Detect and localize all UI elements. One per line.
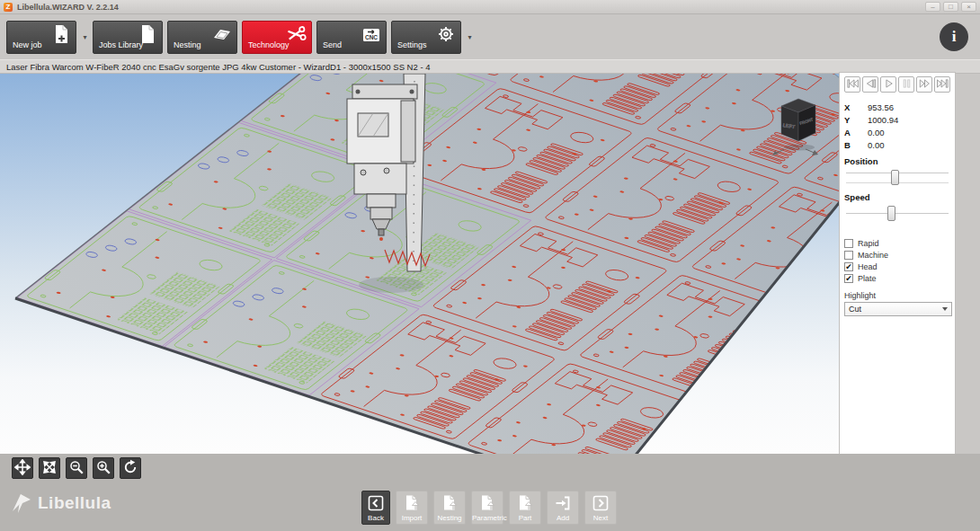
nav-button-label: Parametric — [472, 514, 503, 522]
back-button[interactable]: Back — [361, 491, 390, 525]
nav-button-label: Back — [362, 514, 389, 522]
axis-label: X — [844, 102, 868, 112]
main-toolbar: New job▾Jobs LibraryNestingTechnologyCNC… — [0, 14, 980, 59]
new-job-dropdown-arrow[interactable]: ▾ — [81, 21, 89, 54]
libellula-logo: Libellula — [11, 491, 111, 515]
sheet-icon — [212, 24, 232, 44]
skip-start-button[interactable] — [844, 76, 860, 93]
nesting-button[interactable]: Nesting — [433, 491, 466, 525]
zoom-out-button[interactable] — [66, 457, 87, 479]
nav-button-label: Import — [396, 514, 427, 522]
info-button[interactable]: i — [940, 22, 968, 51]
part-button[interactable]: Part — [509, 491, 541, 525]
slider-track[interactable] — [846, 213, 949, 214]
doc-import-icon — [441, 494, 459, 512]
jobs-library-label: Jobs Library — [99, 40, 143, 49]
send-button[interactable]: CNCSend — [316, 21, 387, 54]
nav-button-label: Add — [548, 514, 578, 522]
skip-start-icon — [846, 78, 860, 92]
new-job-button[interactable]: New job — [6, 21, 76, 54]
option-machine[interactable]: Machine — [844, 249, 950, 261]
svg-text:CNC: CNC — [365, 34, 378, 40]
import-button[interactable]: Import — [396, 491, 428, 525]
position-slider[interactable] — [846, 167, 949, 189]
axis-value: 0.00 — [868, 140, 885, 150]
highlight-dropdown[interactable]: Cut — [844, 302, 952, 316]
technology-button[interactable]: Technology — [242, 21, 312, 54]
coordinate-row-x: X953.56 — [844, 101, 950, 113]
parametric-button[interactable]: Parametric — [471, 491, 503, 525]
position-label: Position — [844, 156, 950, 166]
speed-slider[interactable] — [846, 203, 949, 225]
fast-forward-button[interactable] — [916, 76, 932, 93]
axis-value: 953.56 — [868, 102, 894, 112]
3d-viewport[interactable]: LEFT FRONT — [0, 74, 980, 454]
send-label: Send — [323, 40, 342, 49]
zoom-in-button[interactable] — [93, 457, 114, 479]
window-controls: –□× — [925, 2, 976, 12]
step-back-button[interactable] — [862, 76, 878, 93]
option-label: Machine — [858, 251, 888, 260]
option-label: Rapid — [858, 239, 879, 248]
add-button[interactable]: Add — [547, 491, 579, 525]
reset-view-icon — [122, 459, 138, 478]
highlight-value: Cut — [849, 305, 861, 314]
checkbox[interactable] — [844, 239, 853, 248]
option-head[interactable]: ✔Head — [844, 261, 950, 272]
pause-button[interactable] — [898, 76, 914, 93]
play-button[interactable] — [880, 76, 896, 93]
nesting-button[interactable]: Nesting — [167, 21, 237, 54]
job-info-bar: Laser Fibra Warcom W-FibeR 2040 cnc EsaG… — [0, 59, 980, 74]
zoom-in-icon — [95, 459, 111, 478]
step-back-icon — [864, 78, 878, 92]
chevron-down-icon — [942, 307, 948, 311]
app-icon: Z — [4, 3, 13, 12]
coordinate-readout: X953.56Y1000.94A0.00B0.00 — [844, 101, 950, 151]
wizard-navigation: BackImportNestingParametricPartAddNext — [361, 491, 617, 525]
checkbox[interactable] — [844, 251, 853, 260]
doc-import-icon — [478, 494, 496, 512]
zoom-out-icon — [68, 459, 85, 478]
skip-end-button[interactable] — [934, 76, 950, 93]
option-label: Head — [858, 262, 878, 271]
scissors-icon — [287, 24, 307, 44]
nesting-label: Nesting — [174, 40, 201, 49]
checkbox-checked[interactable]: ✔ — [844, 274, 853, 283]
checkbox-checked[interactable]: ✔ — [844, 262, 853, 271]
gear-icon — [436, 24, 456, 44]
add-arrow-icon — [554, 494, 572, 512]
axis-label: Y — [844, 115, 868, 125]
close-button[interactable]: × — [961, 2, 976, 12]
window-title: Libellula.WIZARD V. 2.2.14 — [17, 3, 119, 12]
option-label: Plate — [858, 274, 877, 283]
playback-controls — [844, 76, 950, 93]
option-rapid[interactable]: Rapid — [844, 237, 950, 249]
minimize-button[interactable]: – — [925, 2, 940, 12]
nav-button-label: Nesting — [434, 514, 465, 522]
skip-end-icon — [936, 78, 949, 92]
pan-button[interactable] — [12, 457, 33, 479]
option-plate[interactable]: ✔Plate — [844, 272, 950, 284]
next-button[interactable]: Next — [584, 491, 617, 525]
libellula-logo-icon — [11, 491, 32, 515]
reset-view-button[interactable] — [120, 457, 141, 479]
doc-plus-icon — [51, 24, 71, 44]
maximize-button[interactable]: □ — [943, 2, 958, 12]
speed-slider-thumb[interactable] — [887, 206, 895, 221]
settings-label: Settings — [397, 40, 427, 49]
coordinate-row-b: B0.00 — [844, 138, 950, 151]
nav-button-label: Part — [510, 514, 540, 522]
settings-button[interactable]: Settings — [391, 21, 461, 54]
highlight-label: Highlight — [844, 291, 950, 300]
chevron-right-box-icon — [592, 494, 610, 512]
play-icon — [882, 78, 895, 92]
jobs-library-button[interactable]: Jobs Library — [93, 21, 163, 54]
fit-view-button[interactable] — [39, 457, 60, 479]
settings-dropdown-arrow[interactable]: ▾ — [466, 21, 474, 54]
view-controls — [12, 457, 141, 479]
cnc-icon: CNC — [361, 24, 381, 44]
speed-label: Speed — [844, 192, 950, 202]
position-slider-thumb[interactable] — [891, 170, 899, 185]
doc-import-icon — [403, 494, 421, 512]
axis-label: B — [844, 140, 868, 150]
